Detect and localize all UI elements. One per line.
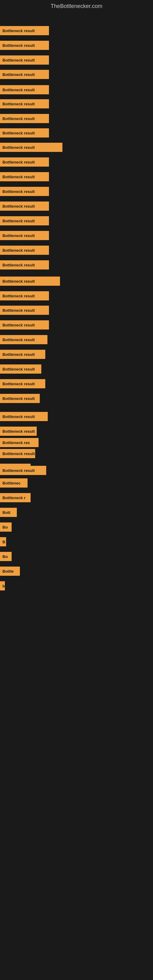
bottleneck-item: Bottleneck result [0,448,35,460]
bottleneck-item: Bottleneck result [0,348,45,360]
bottleneck-item: Bottleneck result [0,230,49,241]
bottleneck-item: Bottleneck result [0,411,48,422]
bottleneck-item: Bottleneck res [0,437,38,449]
bottleneck-item: Bottleneck result [0,244,49,256]
bottleneck-item: Bottleneck result [0,98,49,110]
bottleneck-item: Bott [0,506,17,518]
bottleneck-item: Bottlenec [0,477,27,489]
bottleneck-badge: Bottleneck result [0,449,35,458]
site-title: TheBottlenecker.com [0,0,153,14]
bottleneck-item: Bottle [0,565,20,577]
bottleneck-badge: b [0,581,5,590]
bottleneck-item: Bo [0,550,12,562]
bottleneck-item: b [0,580,5,592]
bottleneck-badge: Bottleneck result [0,216,49,225]
bottleneck-badge: Bottle [0,566,20,576]
bottleneck-badge: Bottleneck result [0,114,49,123]
bottleneck-item: Bottleneck result [0,186,49,197]
bottleneck-item: Bottleneck result [0,113,49,124]
bottleneck-item: Bottleneck result [0,215,49,227]
bottleneck-badge: Bottleneck result [0,466,46,475]
bottleneck-item: Bottleneck result [0,363,41,375]
bottleneck-badge: Bottlenec [0,478,27,488]
bottleneck-badge: Bott [0,508,17,517]
site-title-text: TheBottlenecker.com [51,3,102,9]
bottleneck-item: Bottleneck result [0,25,49,37]
bottleneck-item: Bottleneck result [0,334,48,345]
bottleneck-item: Bottleneck result [0,378,45,390]
bottleneck-badge: Bottleneck result [0,231,49,240]
bottleneck-item: Bo [0,521,12,533]
bottleneck-item: Bottleneck result [0,54,49,66]
bottleneck-badge: Bottleneck r [0,493,29,502]
bottleneck-badge: Bottleneck result [0,187,49,196]
bottleneck-item: Bottleneck result [0,393,40,404]
bottleneck-item: Bottleneck result [0,40,49,51]
bottleneck-item: Bottleneck result [0,290,49,302]
bottleneck-item: Bottleneck result [0,319,49,331]
bottleneck-badge: Bottleneck result [0,350,45,359]
bottleneck-item: Bottleneck result [0,259,49,271]
bottleneck-badge: Bottleneck result [0,41,49,50]
bottleneck-item: Bottleneck result [0,465,46,476]
bottleneck-badge: B [0,537,6,546]
bottleneck-badge: Bottleneck result [0,335,48,344]
bottleneck-badge: Bottleneck result [0,158,49,167]
bottleneck-badge: Bottleneck result [0,394,40,403]
bottleneck-item: Bottleneck result [0,142,62,153]
bottleneck-item: Bottleneck result [0,68,49,80]
bottleneck-badge: Bottleneck result [0,305,49,315]
bottleneck-badge: Bottleneck result [0,202,49,211]
bottleneck-badge: Bottleneck result [0,172,49,181]
bottleneck-badge: Bottleneck result [0,320,49,329]
bottleneck-badge: Bottleneck result [0,70,49,79]
bottleneck-badge: Bottleneck result [0,364,41,374]
bottleneck-item: Bottleneck result [0,304,49,316]
bottleneck-item: B [0,536,6,547]
bottleneck-badge: Bottleneck result [0,260,49,269]
bottleneck-item: Bottleneck result [0,275,60,287]
bottleneck-item: Bottleneck result [0,127,49,139]
bottleneck-badge: Bottleneck result [0,277,60,286]
bottleneck-item: Bottleneck result [0,156,49,168]
bottleneck-badge: Bo [0,552,12,561]
bottleneck-badge: Bottleneck result [0,426,37,436]
bottleneck-badge: Bottleneck result [0,85,49,94]
bottleneck-item: Bottleneck result [0,171,49,183]
bottleneck-badge: Bottleneck result [0,99,49,108]
bottleneck-badge: Bottleneck result [0,56,49,65]
bottleneck-badge: Bottleneck res [0,438,38,447]
bottleneck-badge: Bottleneck result [0,246,49,255]
bottleneck-item: Bottleneck result [0,425,37,437]
bottleneck-badge: Bottleneck result [0,26,49,35]
bottleneck-item: Bottleneck result [0,200,49,212]
bottleneck-badge: Bottleneck result [0,412,48,421]
bottleneck-badge: Bottleneck result [0,143,62,152]
bottleneck-badge: Bo [0,522,12,531]
bottleneck-badge: Bottleneck result [0,291,49,301]
bottleneck-item: Bottleneck result [0,84,49,95]
bottleneck-badge: Bottleneck result [0,379,45,388]
bottleneck-item: Bottleneck r [0,492,29,503]
bottleneck-badge: Bottleneck result [0,128,49,137]
